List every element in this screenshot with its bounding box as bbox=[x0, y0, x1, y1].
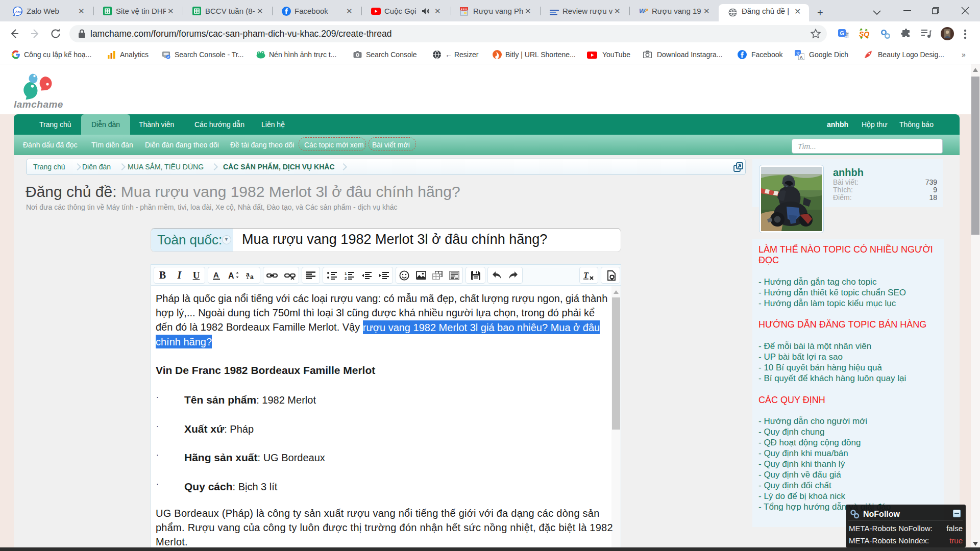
svg-text:G: G bbox=[840, 30, 845, 36]
svg-text:a: a bbox=[246, 271, 250, 278]
svg-text:W: W bbox=[639, 7, 646, 15]
svg-text:a: a bbox=[250, 273, 254, 281]
svg-text:A: A bbox=[228, 271, 234, 280]
svg-text:2: 2 bbox=[345, 276, 347, 280]
svg-text:A: A bbox=[213, 270, 219, 279]
svg-text:1: 1 bbox=[345, 271, 347, 276]
svg-text:A: A bbox=[800, 55, 803, 60]
svg-text:Zalo: Zalo bbox=[15, 10, 22, 14]
svg-text:T: T bbox=[583, 271, 589, 280]
svg-text:SQ: SQ bbox=[859, 30, 869, 38]
